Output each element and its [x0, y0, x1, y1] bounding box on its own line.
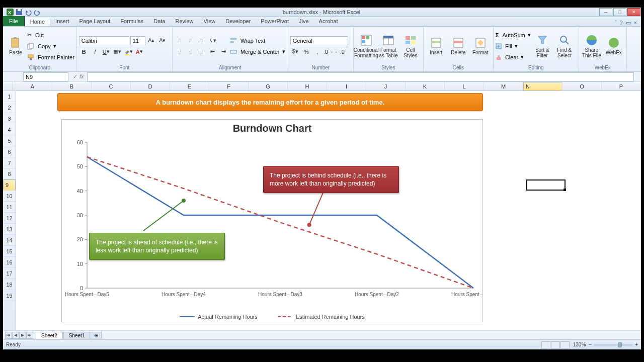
cut-button[interactable]: ✂ Cut: [27, 30, 74, 40]
col-header-I[interactable]: I: [327, 82, 366, 90]
fx-icon[interactable]: fx: [79, 73, 84, 80]
col-header-J[interactable]: J: [366, 82, 406, 90]
prev-sheet-icon[interactable]: ◀: [12, 332, 19, 339]
copy-button[interactable]: Copy ▾: [27, 41, 74, 51]
font-color-button[interactable]: A▾: [134, 47, 144, 57]
zoom-out-icon[interactable]: −: [589, 342, 592, 347]
tab-developer[interactable]: Developer: [220, 16, 256, 26]
tab-formulas[interactable]: Formulas: [115, 16, 148, 26]
active-cell[interactable]: [526, 179, 566, 191]
row-header-9[interactable]: 9: [3, 179, 16, 191]
undo-icon[interactable]: [24, 9, 32, 16]
tab-page-layout[interactable]: Page Layout: [74, 16, 116, 26]
cell-styles-button[interactable]: Cell Styles: [400, 30, 421, 63]
align-top-icon[interactable]: ≡: [175, 36, 185, 46]
tab-data[interactable]: Data: [148, 16, 170, 26]
col-header-O[interactable]: O: [562, 82, 602, 90]
tab-acrobat[interactable]: Acrobat: [314, 16, 343, 26]
tab-home[interactable]: Home: [25, 16, 50, 26]
find-select-button[interactable]: Find & Select: [554, 30, 575, 63]
paste-button[interactable]: Paste: [5, 30, 26, 63]
row-header-1[interactable]: 1: [3, 91, 16, 102]
row-header-8[interactable]: 8: [3, 168, 16, 179]
number-format-select[interactable]: General: [290, 36, 348, 45]
increase-decimal-icon[interactable]: .0→: [324, 47, 334, 57]
next-sheet-icon[interactable]: ▶: [19, 332, 26, 339]
first-sheet-icon[interactable]: ⏮: [5, 332, 12, 339]
row-header-2[interactable]: 2: [3, 102, 16, 113]
row-header-16[interactable]: 16: [3, 257, 16, 268]
file-tab[interactable]: File: [3, 16, 25, 26]
currency-icon[interactable]: $▾: [290, 47, 300, 57]
maximize-button[interactable]: □: [613, 8, 626, 16]
burndown-chart[interactable]: Burndown Chart 0102030405060Hours Spent …: [61, 119, 483, 322]
col-header-D[interactable]: D: [131, 82, 170, 90]
insert-cells-button[interactable]: Insert: [426, 30, 447, 63]
col-header-C[interactable]: C: [92, 82, 131, 90]
col-header-L[interactable]: L: [445, 82, 484, 90]
row-header-11[interactable]: 11: [3, 202, 16, 213]
comma-icon[interactable]: ,: [312, 47, 323, 57]
col-header-N[interactable]: N: [523, 82, 562, 91]
close-workbook-icon[interactable]: ×: [634, 20, 637, 26]
format-as-table-button[interactable]: Format as Table: [378, 30, 399, 63]
wrap-text-button[interactable]: Wrap Text: [230, 36, 285, 46]
tab-powerpivot[interactable]: PowerPivot: [256, 16, 294, 26]
fill-button[interactable]: Fill ▾: [496, 41, 531, 51]
autosum-button[interactable]: Σ AutoSum ▾: [496, 30, 531, 40]
page-layout-view-icon[interactable]: [551, 341, 560, 348]
row-header-19[interactable]: 19: [3, 290, 16, 301]
decrease-indent-icon[interactable]: ⇤: [208, 47, 218, 57]
delete-cells-button[interactable]: Delete: [448, 30, 469, 63]
row-header-10[interactable]: 10: [3, 191, 16, 202]
row-header-15[interactable]: 15: [3, 246, 16, 257]
sheet-tab-sheet2[interactable]: Sheet2: [36, 332, 63, 339]
help-icon[interactable]: ?: [619, 20, 622, 26]
tab-insert[interactable]: Insert: [50, 16, 74, 26]
row-header-7[interactable]: 7: [3, 157, 16, 168]
sheet-tab-sheet1[interactable]: Sheet1: [63, 332, 91, 339]
font-name-select[interactable]: Calibri: [79, 36, 129, 45]
increase-indent-icon[interactable]: ⇥: [219, 47, 229, 57]
last-sheet-icon[interactable]: ⏭: [26, 332, 33, 339]
row-header-5[interactable]: 5: [3, 135, 16, 146]
share-file-button[interactable]: Share This File: [581, 30, 602, 63]
row-header-12[interactable]: 12: [3, 213, 16, 224]
align-middle-icon[interactable]: ≡: [186, 36, 196, 46]
italic-button[interactable]: I: [90, 47, 100, 57]
align-bottom-icon[interactable]: ≡: [197, 36, 207, 46]
row-header-4[interactable]: 4: [3, 124, 16, 135]
orientation-icon[interactable]: ⤹▾: [208, 36, 218, 46]
decrease-decimal-icon[interactable]: ←.0: [335, 47, 345, 57]
select-all-corner[interactable]: [3, 82, 13, 90]
shrink-font-icon[interactable]: A▾: [157, 36, 168, 46]
sort-filter-button[interactable]: Sort & Filter: [532, 30, 553, 63]
cancel-formula-icon[interactable]: ✓: [73, 73, 77, 80]
col-header-E[interactable]: E: [170, 82, 209, 90]
fill-color-button[interactable]: ▾: [123, 47, 133, 57]
col-header-F[interactable]: F: [209, 82, 249, 90]
tab-view[interactable]: View: [199, 16, 221, 26]
zoom-in-icon[interactable]: +: [635, 342, 638, 347]
col-header-A[interactable]: A: [13, 82, 52, 90]
col-header-H[interactable]: H: [288, 82, 327, 90]
align-center-icon[interactable]: ≡: [186, 47, 196, 57]
row-header-3[interactable]: 3: [3, 113, 16, 124]
row-header-14[interactable]: 14: [3, 235, 16, 246]
restore-window-icon[interactable]: ▭: [626, 20, 631, 26]
font-size-select[interactable]: 11: [130, 36, 145, 45]
row-header-17[interactable]: 17: [3, 268, 16, 279]
minimize-ribbon-icon[interactable]: ˇ: [615, 20, 617, 26]
minimize-button[interactable]: ─: [599, 8, 612, 16]
tab-review[interactable]: Review: [170, 16, 198, 26]
col-header-K[interactable]: K: [406, 82, 445, 90]
row-header-6[interactable]: 6: [3, 146, 16, 157]
col-header-P[interactable]: P: [602, 82, 641, 90]
underline-button[interactable]: U▾: [101, 47, 111, 57]
bold-button[interactable]: B: [79, 47, 89, 57]
align-right-icon[interactable]: ≡: [197, 47, 207, 57]
formula-bar[interactable]: [87, 72, 634, 81]
format-cells-button[interactable]: Format: [470, 30, 491, 63]
save-icon[interactable]: [15, 9, 23, 16]
format-painter-button[interactable]: Format Painter: [27, 52, 74, 62]
